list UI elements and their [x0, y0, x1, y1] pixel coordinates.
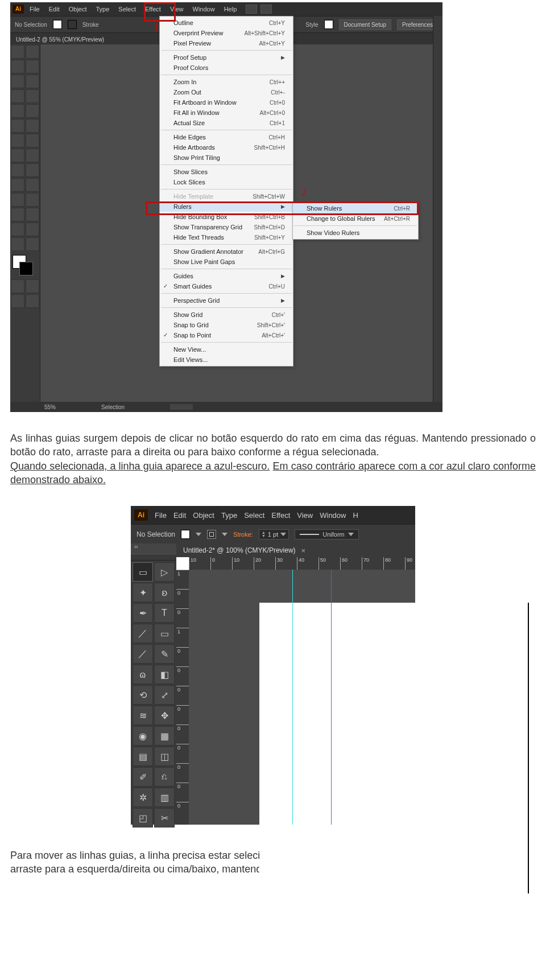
free-transform-tool-icon[interactable] [26, 149, 39, 162]
submenu-item[interactable]: Change to Global RulersAlt+Ctrl+R [293, 213, 418, 224]
zoom-tool-icon[interactable] [26, 237, 39, 251]
gradient-tool-icon[interactable] [26, 178, 39, 192]
fill-swatch-icon[interactable] [181, 530, 190, 539]
fill-swatch-icon[interactable] [53, 20, 62, 29]
symbol-sprayer-tool-icon[interactable]: ✲ [133, 788, 153, 807]
menu-item[interactable]: ✓Smart GuidesCtrl+U [160, 281, 293, 291]
arrange-icon[interactable] [260, 5, 272, 14]
paintbrush-tool-icon[interactable] [11, 104, 24, 118]
menu-type[interactable]: Type [93, 3, 113, 15]
layout-icon[interactable] [246, 5, 257, 14]
menu-type[interactable]: Type [221, 511, 237, 520]
menu-item[interactable]: Actual SizeCtrl+1 [160, 118, 293, 128]
document-setup-button[interactable]: Document Setup [339, 19, 392, 30]
scale-tool-icon[interactable] [26, 134, 39, 147]
mesh-tool-icon[interactable]: ▤ [133, 747, 153, 766]
close-tab-icon[interactable]: × [301, 546, 306, 555]
menu-item[interactable]: Fit All in WindowAlt+Ctrl+0 [160, 108, 293, 118]
menu-item[interactable]: Zoom OutCtrl+- [160, 87, 293, 97]
menu-item[interactable]: New View... [160, 344, 293, 355]
dropdown-icon[interactable] [196, 533, 201, 536]
magic-wand-tool-icon[interactable]: ✦ [133, 583, 153, 602]
dropdown-icon[interactable] [280, 533, 286, 536]
rectangle-tool-icon[interactable]: ▭ [154, 624, 175, 643]
ruler-origin-icon[interactable] [176, 557, 189, 570]
blend-tool-icon[interactable] [26, 193, 39, 207]
status-nav-icon[interactable] [170, 404, 193, 410]
vertical-ruler[interactable]: 1001000000000 [176, 570, 189, 825]
menu-help[interactable]: Help [221, 3, 241, 15]
menu-edit[interactable]: Edit [173, 511, 186, 520]
menu-object[interactable]: Object [193, 511, 214, 520]
pen-tool-icon[interactable] [11, 75, 24, 88]
blob-brush-tool-icon[interactable]: ɷ [133, 665, 153, 684]
shape-builder-tool-icon[interactable] [11, 163, 24, 177]
menu-item[interactable]: Edit Views... [160, 355, 293, 365]
scale-tool-icon[interactable]: ⤢ [154, 685, 175, 705]
shape-builder-tool-icon[interactable]: ◉ [133, 726, 153, 746]
artboard-tool-icon[interactable]: ◰ [133, 808, 153, 827]
submenu-item[interactable]: Show Video Rulers [293, 228, 418, 238]
menu-view[interactable]: View [167, 3, 187, 15]
menu-item[interactable]: Lock Slices [160, 177, 293, 187]
menu-item[interactable]: Show GridCtrl+' [160, 310, 293, 320]
slice-tool-icon[interactable] [26, 223, 39, 236]
preferences-button[interactable]: Preferences [397, 19, 438, 30]
menu-edit[interactable]: Edit [46, 3, 63, 15]
horizontal-ruler[interactable]: 100102030405060708090 [176, 557, 415, 570]
stroke-swatch-icon[interactable] [68, 20, 77, 29]
perspective-tool-icon[interactable] [26, 163, 39, 177]
blend-tool-icon[interactable]: ⎌ [154, 767, 175, 787]
menu-window[interactable]: Window [320, 511, 346, 520]
dropdown-icon[interactable] [222, 533, 228, 536]
menu-item[interactable]: Snap to GridShift+Ctrl+' [160, 320, 293, 330]
menu-item[interactable]: Overprint PreviewAlt+Shift+Ctrl+Y [160, 28, 293, 38]
menu-item[interactable]: Show Transparency GridShift+Ctrl+D [160, 222, 293, 232]
width-tool-icon[interactable]: ≋ [133, 706, 153, 725]
pencil-tool-icon[interactable] [26, 104, 39, 118]
artboard-tool-icon[interactable] [11, 223, 24, 236]
menu-item[interactable]: OutlineCtrl+Y [160, 18, 293, 28]
menu-select[interactable]: Select [115, 3, 139, 15]
menu-item[interactable]: Show Gradient AnnotatorAlt+Ctrl+G [160, 246, 293, 257]
rotate-tool-icon[interactable] [11, 134, 24, 147]
type-tool-icon[interactable]: T [154, 603, 175, 623]
menu-item[interactable]: Proof Setup▶ [160, 52, 293, 63]
line-tool-icon[interactable]: ／ [133, 624, 153, 643]
menu-item[interactable]: Perspective Grid▶ [160, 295, 293, 306]
type-tool-icon[interactable] [26, 75, 39, 88]
menu-effect[interactable]: Effect [271, 511, 290, 520]
guide-line-blue[interactable] [331, 570, 332, 825]
pencil-tool-icon[interactable]: ✎ [154, 644, 175, 664]
gradient-tool-icon[interactable]: ◫ [154, 747, 175, 766]
eraser-tool-icon[interactable]: ◧ [154, 665, 175, 684]
style-swatch-icon[interactable] [324, 20, 333, 29]
panel-grip-icon[interactable] [131, 554, 176, 561]
lasso-tool-icon[interactable] [26, 60, 39, 73]
canvas-area[interactable] [189, 570, 415, 825]
mesh-tool-icon[interactable] [11, 178, 24, 192]
screen-mode-icon[interactable] [11, 294, 24, 308]
menu-effect[interactable]: Effect [142, 3, 164, 15]
menu-item[interactable]: Hide EdgesCtrl+H [160, 132, 293, 142]
perspective-tool-icon[interactable]: ▦ [154, 726, 175, 746]
menu-h[interactable]: H [353, 511, 358, 520]
color-mode-icon[interactable] [11, 279, 24, 293]
document-tab[interactable]: Untitled-2* @ 100% (CMYK/Preview) × [176, 543, 415, 557]
change-screen-icon[interactable] [26, 294, 39, 308]
menu-item[interactable]: Show Live Paint Gaps [160, 257, 293, 267]
menu-item[interactable]: ✓Snap to PointAlt+Ctrl+' [160, 330, 293, 340]
menu-item[interactable]: Zoom InCtrl++ [160, 77, 293, 87]
magic-wand-tool-icon[interactable] [11, 60, 24, 73]
direct-selection-tool-icon[interactable]: ▷ [154, 562, 175, 582]
line-tool-icon[interactable] [11, 89, 24, 103]
stroke-weight-input[interactable]: ▲▼ 1 pt [259, 529, 289, 540]
menu-select[interactable]: Select [244, 511, 264, 520]
free-transform-tool-icon[interactable]: ✥ [154, 706, 175, 725]
rotate-tool-icon[interactable]: ⟲ [133, 685, 153, 705]
blob-brush-tool-icon[interactable] [11, 119, 24, 133]
menu-item[interactable]: Fit Artboard in WindowCtrl+0 [160, 97, 293, 108]
menu-item[interactable]: Proof Colors [160, 63, 293, 73]
hand-tool-icon[interactable] [11, 237, 24, 251]
menu-item[interactable]: Guides▶ [160, 271, 293, 281]
